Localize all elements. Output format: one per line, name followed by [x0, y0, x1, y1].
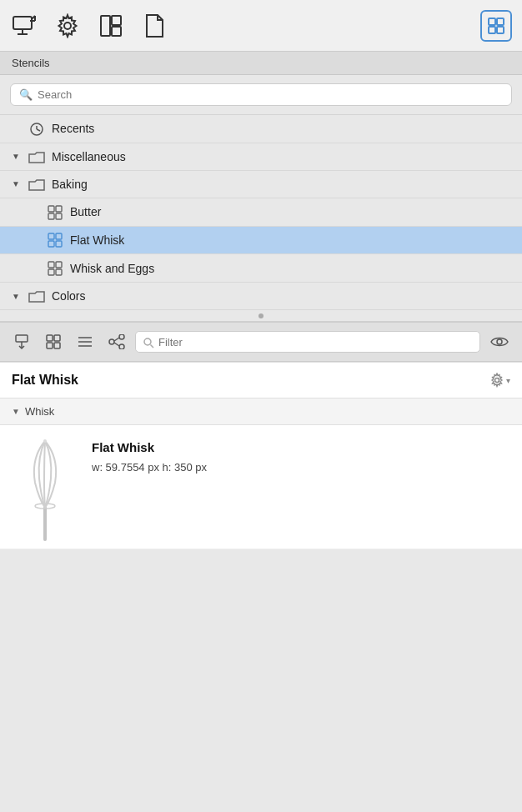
- svg-rect-9: [112, 27, 121, 36]
- svg-rect-12: [489, 27, 495, 33]
- svg-rect-35: [54, 343, 60, 348]
- svg-rect-10: [489, 18, 495, 25]
- tree-item-flat-whisk[interactable]: Flat Whisk: [0, 227, 522, 255]
- svg-point-41: [119, 344, 124, 349]
- folder-icon-colors: [28, 288, 45, 303]
- scroll-dot: [258, 313, 264, 318]
- item-dimensions: w: 59.7554 px h: 350 px: [92, 461, 510, 474]
- eye-button[interactable]: [485, 328, 514, 355]
- svg-rect-21: [48, 233, 54, 239]
- search-box[interactable]: 🔍: [10, 83, 512, 106]
- group-label: Whisk: [25, 405, 54, 418]
- dropdown-arrow: ▾: [506, 376, 510, 385]
- tree-item-whisk-eggs[interactable]: Whisk and Eggs: [0, 254, 522, 283]
- svg-point-50: [43, 439, 47, 443]
- svg-point-46: [497, 339, 502, 344]
- search-container: 🔍: [0, 75, 522, 115]
- grid-view-top-button[interactable]: [480, 10, 512, 42]
- main-toolbar: [0, 0, 522, 52]
- svg-rect-17: [48, 206, 54, 212]
- bottom-toolbar: [0, 322, 522, 362]
- colors-chevron: ▼: [12, 292, 22, 301]
- whisk-eggs-label: Whisk and Eggs: [70, 262, 154, 275]
- baking-chevron: ▼: [12, 179, 22, 188]
- filter-icon: [143, 335, 154, 348]
- tree-item-miscellaneous[interactable]: ▼ Miscellaneous: [0, 143, 522, 171]
- svg-rect-32: [47, 335, 53, 341]
- svg-rect-13: [497, 27, 504, 33]
- grid-icon-flat-whisk: [47, 233, 63, 248]
- document-icon[interactable]: [140, 12, 168, 40]
- group-header[interactable]: ▼ Whisk: [0, 398, 522, 424]
- item-detail: Flat Whisk w: 59.7554 px h: 350 px: [0, 425, 522, 549]
- svg-rect-7: [101, 16, 110, 36]
- svg-rect-26: [56, 262, 62, 268]
- svg-rect-23: [48, 241, 54, 247]
- butter-label: Butter: [70, 205, 101, 218]
- tree-item-colors[interactable]: ▼ Colors: [0, 283, 522, 310]
- display-icon[interactable]: [10, 12, 38, 40]
- svg-line-45: [151, 344, 154, 348]
- svg-rect-34: [47, 343, 53, 348]
- layout-icon[interactable]: [97, 12, 125, 40]
- scrollbar-indicator: [0, 310, 522, 322]
- svg-line-43: [114, 343, 119, 346]
- settings-icon[interactable]: [53, 12, 82, 40]
- svg-rect-24: [56, 241, 62, 247]
- sort-button[interactable]: [8, 328, 35, 355]
- tree-item-baking[interactable]: ▼ Baking: [0, 171, 522, 198]
- svg-point-6: [64, 23, 71, 29]
- search-icon: 🔍: [19, 88, 33, 101]
- stencils-section-header: Stencils: [0, 52, 522, 75]
- clock-icon: [28, 121, 45, 137]
- grid-icon-whisk-eggs: [47, 260, 63, 276]
- tree-item-recents[interactable]: Recents: [0, 115, 522, 143]
- baking-label: Baking: [52, 178, 88, 191]
- list-view-button[interactable]: [72, 328, 98, 355]
- group-section: ▼ Whisk: [0, 398, 522, 425]
- grid-icon-butter: [47, 204, 63, 220]
- stencils-tree: Recents ▼ Miscellaneous ▼ Baking: [0, 115, 522, 310]
- search-input[interactable]: [38, 88, 503, 101]
- recents-label: Recents: [52, 122, 94, 135]
- svg-point-44: [144, 338, 151, 345]
- misc-label: Miscellaneous: [52, 150, 126, 163]
- svg-rect-25: [48, 262, 54, 268]
- group-chevron-icon: ▼: [12, 407, 20, 416]
- detail-header: Flat Whisk ▾: [0, 363, 522, 398]
- item-info: Flat Whisk w: 59.7554 px h: 350 px: [92, 437, 510, 474]
- svg-rect-20: [56, 213, 62, 219]
- svg-rect-19: [48, 213, 54, 219]
- svg-rect-27: [48, 269, 54, 275]
- colors-label: Colors: [52, 289, 85, 303]
- folder-icon-baking: [28, 177, 45, 192]
- svg-rect-8: [112, 16, 121, 25]
- toolbar-left: [10, 12, 168, 40]
- svg-point-39: [109, 339, 114, 344]
- gear-dropdown[interactable]: ▾: [489, 373, 510, 388]
- tree-item-butter[interactable]: Butter: [0, 198, 522, 227]
- filter-input-wrap[interactable]: [135, 331, 480, 353]
- item-name-detail: Flat Whisk: [92, 440, 510, 454]
- svg-rect-28: [56, 269, 62, 275]
- flat-whisk-label: Flat Whisk: [70, 233, 124, 247]
- filter-input[interactable]: [158, 336, 473, 348]
- svg-line-42: [114, 338, 119, 341]
- svg-point-40: [119, 334, 124, 339]
- svg-rect-0: [13, 17, 32, 29]
- svg-rect-18: [56, 206, 62, 212]
- svg-rect-11: [497, 18, 504, 25]
- svg-point-47: [495, 378, 499, 383]
- detail-panel: Flat Whisk ▾ ▼ Whisk: [0, 362, 522, 549]
- item-preview: [12, 437, 78, 537]
- svg-rect-29: [16, 335, 28, 342]
- detail-title: Flat Whisk: [12, 373, 78, 388]
- stencils-label: Stencils: [12, 57, 50, 69]
- grid-view-button[interactable]: [40, 328, 67, 355]
- svg-rect-33: [54, 335, 60, 341]
- misc-chevron: ▼: [12, 152, 22, 161]
- connect-button[interactable]: [103, 328, 130, 355]
- folder-icon-misc: [28, 149, 45, 164]
- svg-line-16: [37, 129, 40, 131]
- svg-rect-22: [56, 233, 62, 239]
